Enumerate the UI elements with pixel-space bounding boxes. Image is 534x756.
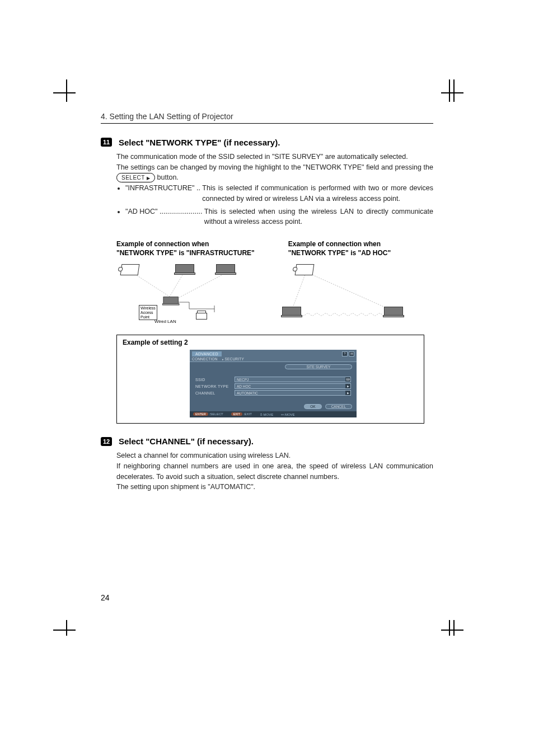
- step-11-title: Select "NETWORK TYPE" (if necessary).: [119, 138, 280, 147]
- text-line: "NETWORK TYPE" is "INFRASTRUCTURE": [116, 248, 255, 257]
- laptop-icon: [282, 307, 302, 319]
- subtab-security[interactable]: SECURITY: [222, 357, 244, 361]
- settings-panel-title: Example of setting 2: [123, 339, 418, 346]
- subtab-connection[interactable]: CONNECTION: [192, 357, 218, 361]
- step-12-title: Select "CHANNEL" (if necessary).: [119, 436, 254, 446]
- select-button-icon: SELECT: [116, 173, 155, 182]
- osd-close-icon[interactable]: ⊠: [349, 351, 354, 356]
- projector-icon: [296, 264, 313, 275]
- wireless-access-point-label: Wireless Access Point: [139, 305, 157, 320]
- network-node-icon: [196, 311, 207, 320]
- move-updown-hint: ⇕:MOVE: [260, 412, 273, 416]
- example-adhoc-title: Example of connection when "NETWORK TYPE…: [288, 240, 391, 257]
- text-fragment: The settings can be changed by moving th…: [116, 163, 433, 171]
- laptop-icon: [163, 297, 180, 307]
- example-infra-title: Example of connection when "NETWORK TYPE…: [116, 240, 255, 257]
- page-number: 24: [101, 593, 433, 602]
- site-survey-button[interactable]: SITE SURVEY: [285, 364, 352, 369]
- diagram-infrastructure: Wireless Access Point Wired LAN: [116, 263, 245, 325]
- step-number-badge: 12: [101, 437, 112, 446]
- osd-subtabs: CONNECTION SECURITY: [190, 356, 357, 362]
- text-line: Example of connection when: [288, 240, 391, 248]
- move-leftright-hint: ⇔:MOVE: [281, 412, 294, 416]
- laptop-icon: [216, 264, 236, 276]
- step-12: 12 Select "CHANNEL" (if necessary). Sele…: [101, 436, 433, 492]
- network-type-label: NETWORK TYPE: [195, 384, 235, 388]
- channel-label: CHANNEL: [195, 391, 235, 395]
- cancel-button[interactable]: CANCEL: [325, 404, 352, 409]
- ok-button[interactable]: OK: [304, 404, 321, 409]
- enter-hint-pill: ENTER: [193, 412, 208, 416]
- bullet-infrastructure-text: This is selected if communication is per…: [202, 183, 433, 204]
- channel-field[interactable]: AUTOMATIC ▶: [235, 390, 351, 396]
- network-type-field[interactable]: AD HOC ▶: [235, 383, 351, 389]
- wired-lan-label: Wired LAN: [154, 319, 176, 324]
- bullet-infrastructure-label: "INFRASTRUCTURE" ..: [125, 183, 200, 204]
- laptop-icon: [384, 307, 404, 319]
- step-11: 11 Select "NETWORK TYPE" (if necessary).…: [101, 137, 433, 227]
- svg-line-4: [292, 273, 306, 311]
- osd-menu: ADVANCED ? ⊠ CONNECTION SECURITY SITE SU…: [190, 350, 357, 417]
- laptop-icon: [175, 264, 195, 276]
- osd-hints: ENTER:SELECT EXIT:EXIT ⇕:MOVE ⇔:MOVE: [190, 411, 357, 417]
- diagram-row: Wireless Access Point Wired LAN: [116, 263, 433, 325]
- chevron-right-icon: ▶: [345, 384, 350, 388]
- examples-row: Example of connection when "NETWORK TYPE…: [116, 240, 433, 257]
- step-12-p3: The setting upon shipment is "AUTOMATIC"…: [116, 482, 433, 492]
- chevron-right-icon: ▶: [345, 391, 350, 395]
- osd-help-icon[interactable]: ?: [342, 351, 348, 356]
- exit-hint-pill: EXIT: [231, 412, 242, 416]
- step-number-badge: 11: [101, 138, 112, 147]
- text-line: Example of connection when: [116, 240, 255, 248]
- osd-body: SITE SURVEY SSID NECPJ ⌨ NETWORK TYPE AD…: [190, 362, 357, 411]
- text-line: "NETWORK TYPE" is "AD HOC": [288, 248, 391, 257]
- text-fragment: button.: [155, 173, 179, 181]
- network-type-value: AD HOC: [237, 384, 251, 388]
- svg-line-1: [170, 273, 184, 297]
- osd-tab-bar: ADVANCED ? ⊠: [190, 350, 357, 356]
- step-11-bullets: "INFRASTRUCTURE" .. This is selected if …: [116, 183, 433, 227]
- ssid-value: NECPJ: [237, 378, 249, 382]
- diagram-adhoc: [272, 263, 412, 325]
- step-12-p1: Select a channel for communication using…: [116, 450, 433, 461]
- projector-icon: [121, 264, 139, 275]
- osd-tab-advanced[interactable]: ADVANCED: [192, 351, 222, 356]
- exit-hint: :EXIT: [243, 412, 252, 416]
- settings-panel: Example of setting 2 ADVANCED ? ⊠ CONNEC…: [116, 335, 424, 424]
- step-11-p1: The communication mode of the SSID selec…: [116, 152, 433, 162]
- header-rule: [101, 123, 433, 124]
- bullet-adhoc-text: This is selected when using the wireless…: [204, 206, 433, 228]
- select-hint: :SELECT: [209, 412, 223, 416]
- page-header: 4. Setting the LAN Setting of Projector: [101, 112, 433, 121]
- ssid-label: SSID: [195, 378, 235, 382]
- bullet-adhoc-label: "AD HOC" ......................: [125, 206, 202, 228]
- svg-line-5: [308, 273, 392, 311]
- step-12-p2: If neighboring channel numbers are used …: [116, 461, 433, 482]
- channel-value: AUTOMATIC: [237, 391, 258, 395]
- svg-line-0: [133, 273, 170, 297]
- ssid-field[interactable]: NECPJ ⌨: [235, 377, 351, 382]
- svg-line-2: [172, 273, 226, 301]
- edit-icon: ⌨: [345, 377, 350, 382]
- step-11-p2: The settings can be changed by moving th…: [116, 162, 433, 184]
